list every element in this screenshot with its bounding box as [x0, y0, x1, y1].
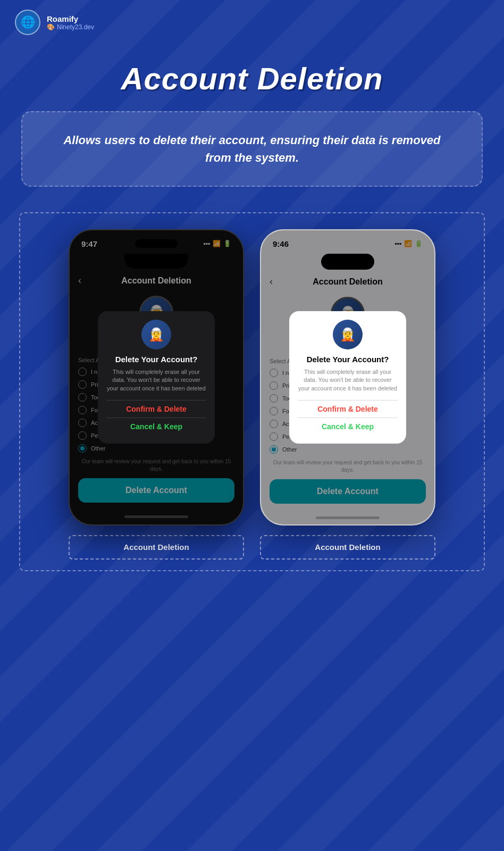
- header: 🌐 Roamify 🎨 Ninety23.dev: [0, 0, 504, 45]
- dark-dialog-title: Delete Your Account?: [106, 355, 206, 364]
- label-boxes: Account Deletion Account Deletion: [31, 535, 473, 560]
- page-wrapper: 🌐 Roamify 🎨 Ninety23.dev Account Deletio…: [0, 0, 504, 851]
- label-box-right: Account Deletion: [260, 535, 435, 560]
- brand-text: Roamify 🎨 Ninety23.dev: [47, 14, 94, 31]
- light-cancel-button[interactable]: Cancel & Keep: [298, 418, 398, 435]
- description-text: Allows users to delete their account, en…: [54, 131, 450, 166]
- dark-confirm-button[interactable]: Confirm & Delete: [106, 400, 206, 418]
- light-dialog-title: Delete Your Account?: [298, 355, 398, 364]
- page-title: Account Deletion: [121, 61, 383, 96]
- label-box-right-text: Account Deletion: [315, 543, 380, 552]
- dark-cancel-button[interactable]: Cancel & Keep: [106, 418, 206, 435]
- label-box-left-text: Account Deletion: [123, 543, 189, 552]
- light-dialog-overlay: 🧝 Delete Your Account? This will complet…: [261, 230, 434, 524]
- light-phone: 9:46 ▪▪▪ 📶 🔋 ‹ Account Deletion: [260, 229, 435, 525]
- light-dialog-avatar: 🧝: [333, 320, 363, 349]
- light-confirm-button[interactable]: Confirm & Delete: [298, 400, 398, 418]
- brand-name: Roamify: [47, 14, 94, 23]
- phones-outer: 9:47 ▪▪▪ 📶 🔋 ‹ Account Deletion: [19, 212, 485, 571]
- dark-dialog-message: This will completely erase all your data…: [106, 368, 206, 393]
- logo-icon: 🌐: [21, 15, 35, 29]
- dark-dialog-box: 🧝 Delete Your Account? This will complet…: [98, 311, 215, 444]
- light-dialog-box: 🧝 Delete Your Account? This will complet…: [289, 311, 406, 444]
- brand-sub-icon: 🎨: [47, 23, 55, 31]
- brand-sub: 🎨 Ninety23.dev: [47, 23, 94, 31]
- dark-phone: 9:47 ▪▪▪ 📶 🔋 ‹ Account Deletion: [69, 229, 244, 525]
- dark-dialog-avatar: 🧝: [141, 320, 171, 349]
- logo-circle: 🌐: [15, 10, 40, 35]
- page-title-section: Account Deletion: [121, 61, 383, 96]
- description-box: Allows users to delete their account, en…: [21, 111, 483, 187]
- dark-dialog-overlay: 🧝 Delete Your Account? This will complet…: [70, 230, 243, 524]
- light-dialog-message: This will completely erase all your data…: [298, 368, 398, 393]
- phones-row: 9:47 ▪▪▪ 📶 🔋 ‹ Account Deletion: [31, 229, 473, 525]
- label-box-left: Account Deletion: [69, 535, 244, 560]
